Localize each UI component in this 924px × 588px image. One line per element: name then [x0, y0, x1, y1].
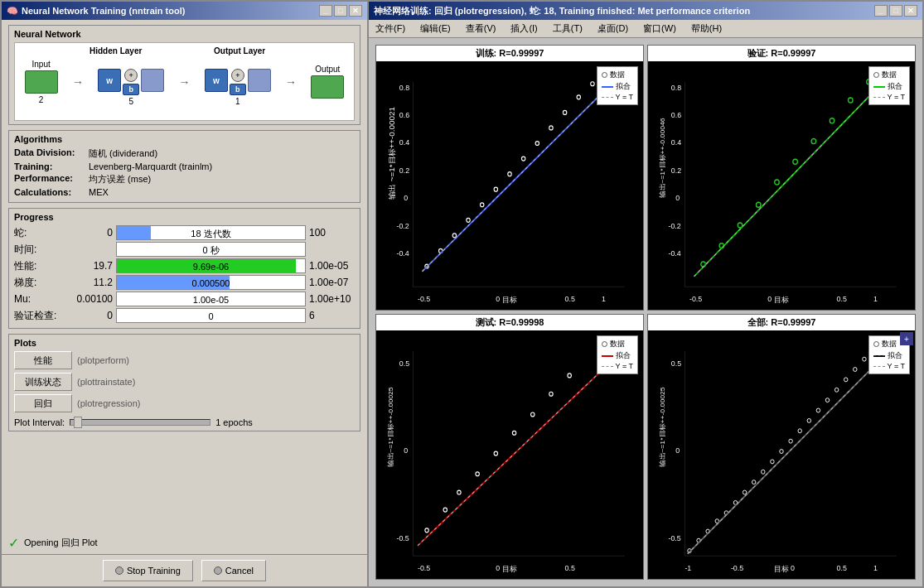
- algorithms-title: Algorithms: [14, 134, 355, 144]
- svg-point-70: [531, 412, 535, 417]
- hidden-b-box: b: [123, 84, 139, 95]
- menu-bar: 文件(F) 编辑(E) 查看(V) 插入(I) 工具(T) 桌面(D) 窗口(W…: [369, 20, 922, 38]
- val-plot-title: 验证: R=0.99997: [648, 46, 915, 61]
- regression-hint: (plotregression): [77, 398, 140, 408]
- left-title-text: Neural Network Training (nntrain tool): [22, 6, 185, 16]
- train-plot: 训练: R=0.99997 数据 拟合 Y = T: [375, 45, 644, 311]
- status-bar: ✓ Opening 回归 Plot: [2, 532, 367, 554]
- menu-desktop[interactable]: 桌面(D): [594, 22, 631, 36]
- input-label: Input: [32, 60, 51, 69]
- neural-network-title: Neural Network: [14, 29, 355, 39]
- right-maximize-button[interactable]: □: [889, 5, 902, 17]
- hidden-add: + b: [123, 69, 139, 95]
- val-y-eq-t-icon: [873, 97, 885, 98]
- test-legend-y-eq-t-label: Y = T: [616, 362, 633, 370]
- perf-label: 性能:: [14, 259, 72, 273]
- cancel-button[interactable]: Cancel: [201, 560, 266, 581]
- hidden-activation: [141, 69, 164, 92]
- menu-help[interactable]: 帮助(H): [688, 22, 725, 36]
- svg-text:0.5: 0.5: [671, 359, 681, 369]
- right-minimize-button[interactable]: _: [874, 5, 888, 17]
- input-num: 2: [39, 95, 44, 104]
- output-b-box: b: [230, 84, 246, 95]
- plots-title: Plots: [14, 338, 355, 348]
- right-close-button[interactable]: ✕: [904, 5, 917, 17]
- val-check-val: 0: [117, 309, 305, 323]
- svg-point-20: [508, 172, 511, 176]
- svg-point-95: [771, 460, 774, 464]
- perf-val: 9.69e-06: [117, 259, 305, 273]
- train-plot-row: 训练状态 (plottrainstate): [14, 373, 355, 391]
- legend-data: 数据: [602, 70, 633, 80]
- svg-text:-0.5: -0.5: [668, 533, 680, 542]
- progress-title: Progress: [14, 212, 355, 222]
- perf-min: 19.7: [75, 260, 113, 272]
- svg-point-49: [811, 138, 816, 143]
- menu-view[interactable]: 查看(V): [462, 22, 500, 36]
- output-num: 1: [235, 97, 240, 106]
- hidden-w-box: w: [98, 69, 121, 92]
- algo-table: Data Division: 随机 (dividerand) Training:…: [14, 147, 355, 197]
- train-hint: (plottrainstate): [77, 377, 135, 387]
- perf-plot-row: 性能 (plotperform): [14, 351, 355, 369]
- grad-max: 1.00e-07: [309, 277, 355, 288]
- expand-button[interactable]: +: [900, 332, 913, 345]
- svg-text:0: 0: [791, 562, 795, 572]
- minimize-button[interactable]: _: [319, 5, 332, 17]
- menu-tools[interactable]: 工具(T): [549, 22, 586, 36]
- plots-grid: 训练: R=0.99997 数据 拟合 Y = T: [369, 38, 922, 586]
- all-plot: 全部: R=0.99997 数据 拟合 Y = T: [647, 314, 916, 580]
- svg-point-46: [756, 202, 761, 207]
- train-plot-inner: 数据 拟合 Y = T 输出 ~=1*目标++: [376, 61, 643, 307]
- val-legend-y-eq-t: Y = T: [873, 93, 905, 101]
- test-legend-y-eq-t: Y = T: [602, 362, 633, 370]
- svg-point-102: [835, 388, 838, 392]
- stop-training-label: Stop Training: [127, 566, 181, 576]
- val-legend-y-eq-t-label: Y = T: [888, 93, 905, 101]
- mu-row: Mu: 0.00100 1.00e-05 1.00e+10: [14, 292, 355, 306]
- slider-thumb[interactable]: [74, 417, 82, 428]
- val-check-max: 6: [309, 310, 355, 321]
- menu-file[interactable]: 文件(F): [372, 22, 409, 36]
- menu-edit[interactable]: 编辑(E): [417, 22, 454, 36]
- svg-text:0.5: 0.5: [399, 359, 409, 369]
- stop-training-button[interactable]: Stop Training: [103, 560, 193, 581]
- interval-slider[interactable]: [70, 419, 210, 426]
- svg-text:1: 1: [873, 293, 878, 303]
- svg-text:输出 ~=1*目标++-0.00021: 输出 ~=1*目标++-0.00021: [388, 107, 396, 200]
- title-bar-left: 🧠 Neural Network Training (nntrain tool): [7, 6, 185, 17]
- status-icon: ✓: [8, 535, 19, 551]
- val-check-min: 0: [75, 310, 113, 321]
- right-title-buttons[interactable]: _ □ ✕: [874, 5, 917, 17]
- svg-text:1: 1: [602, 293, 606, 303]
- interval-label: Plot Interval:: [14, 417, 65, 427]
- output-node: Output: [311, 65, 344, 99]
- svg-point-93: [752, 480, 755, 484]
- all-y-eq-t-icon: [873, 366, 885, 367]
- legend-fit: 拟合: [602, 81, 633, 92]
- menu-window[interactable]: 窗口(W): [640, 22, 680, 36]
- val-legend-fit: 拟合: [873, 81, 905, 92]
- all-x-label: 目标: [774, 564, 789, 575]
- perf-bar: 9.69e-06: [116, 258, 306, 273]
- svg-text:0.4: 0.4: [399, 137, 409, 147]
- time-label: 时间:: [14, 243, 72, 257]
- status-text: Opening 回归 Plot: [24, 537, 98, 549]
- grad-label: 梯度:: [14, 276, 72, 290]
- maximize-button[interactable]: □: [334, 5, 347, 17]
- menu-insert[interactable]: 插入(I): [507, 22, 540, 36]
- close-button[interactable]: ✕: [349, 5, 362, 17]
- svg-text:输出~=1*目标++-0.00046: 输出~=1*目标++-0.00046: [659, 118, 666, 198]
- input-box: [25, 70, 58, 94]
- right-title-bar: 神经网络训练: 回归 (plotregression), 蛇: 18, Trai…: [369, 2, 922, 20]
- y-eq-t-icon: [602, 97, 613, 98]
- epoch-label: 蛇:: [14, 226, 72, 240]
- svg-point-48: [793, 159, 798, 164]
- epoch-val: 18 迭代数: [117, 226, 305, 240]
- time-row: 时间: 0 秒: [14, 242, 355, 257]
- test-data-circle-icon: [602, 341, 607, 347]
- train-state-button[interactable]: 训练状态: [14, 373, 72, 391]
- performance-plot-button[interactable]: 性能: [14, 351, 72, 369]
- title-bar-buttons[interactable]: _ □ ✕: [319, 5, 362, 17]
- regression-button[interactable]: 回归: [14, 394, 72, 412]
